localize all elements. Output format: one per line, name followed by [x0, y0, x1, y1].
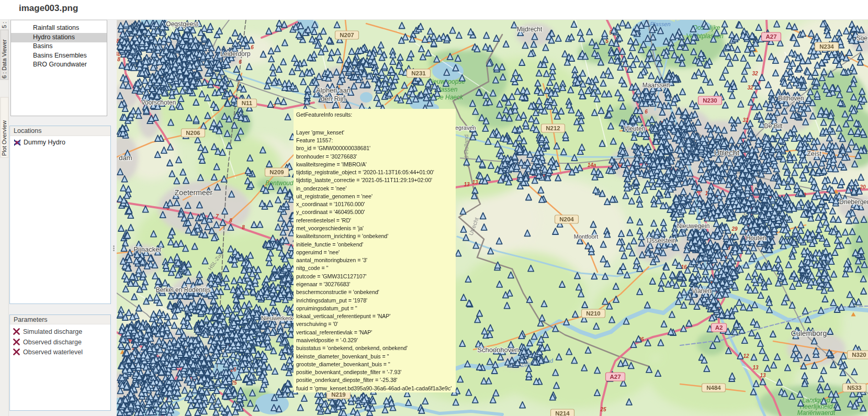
svg-text:7: 7 [216, 213, 219, 219]
svg-text:N214: N214 [555, 410, 570, 416]
svg-text:Driebergen: Driebergen [839, 198, 868, 206]
svg-text:N207: N207 [340, 32, 354, 38]
svg-text:32: 32 [752, 71, 758, 76]
svg-text:Plot Overview: Plot Overview [1, 120, 7, 156]
svg-text:Maarssen: Maarssen [642, 82, 670, 89]
svg-text:25: 25 [600, 407, 606, 412]
svg-text:29: 29 [731, 226, 738, 232]
svg-text:N209: N209 [269, 169, 284, 175]
svg-text:Montfoort: Montfoort [574, 233, 598, 240]
svg-text:13: 13 [752, 365, 759, 370]
svg-text:Leiderdorp: Leiderdorp [220, 50, 251, 58]
svg-text:Voorschoten: Voorschoten [141, 99, 176, 106]
svg-text:N484: N484 [706, 385, 721, 391]
svg-text:N206: N206 [186, 130, 200, 136]
svg-text:IJsselstein: IJsselstein [647, 237, 676, 244]
svg-text:Mariënwaerdt: Mariënwaerdt [797, 409, 836, 416]
svg-text:Zeist: Zeist [807, 150, 822, 158]
svg-text:N320: N320 [852, 352, 866, 358]
svg-text:A27: A27 [610, 374, 621, 380]
svg-text:Nieuwegein: Nieuwegein [677, 222, 710, 230]
svg-text:8: 8 [117, 57, 120, 62]
svg-text:den Rijn: den Rijn [321, 95, 346, 103]
svg-text:Zoetermeer: Zoetermeer [175, 188, 213, 197]
svg-text:N210: N210 [586, 310, 601, 317]
svg-text:Alphen aan: Alphen aan [316, 86, 351, 94]
svg-text:A27: A27 [765, 33, 776, 40]
svg-text:Mijdrecht: Mijdrecht [517, 26, 543, 33]
svg-text:6: 6 [239, 59, 242, 65]
svg-text:De Bilt: De Bilt [764, 122, 783, 130]
svg-text:Vleuten: Vleuten [624, 125, 646, 132]
svg-text:14a: 14a [588, 162, 596, 168]
svg-text:8: 8 [229, 218, 232, 223]
svg-text:N533: N533 [847, 385, 862, 391]
svg-text:Pijnacker: Pijnacker [133, 245, 162, 253]
svg-text:Schoonhoven: Schoonhoven [477, 346, 519, 354]
svg-text:6: 6 [645, 109, 648, 115]
svg-text:Houten: Houten [746, 234, 766, 242]
svg-text:6: 6 [251, 44, 254, 50]
svg-text:Utrecht: Utrecht [714, 148, 740, 157]
svg-text:Berkel en Rodenrijs: Berkel en Rodenrijs [156, 286, 211, 294]
svg-text:A2: A2 [715, 324, 723, 331]
svg-text:13: 13 [472, 179, 478, 185]
svg-text:Oegstgeest: Oegstgeest [166, 20, 198, 28]
svg-text:12: 12 [743, 353, 749, 359]
svg-text:Soest: Soest [856, 35, 868, 42]
svg-text:N230: N230 [703, 97, 717, 104]
svg-text:Culemborg: Culemborg [791, 329, 827, 338]
svg-text:5 : F: 5 : F [1, 20, 7, 28]
svg-text:dam: dam [119, 154, 132, 162]
svg-text:13: 13 [760, 373, 766, 378]
svg-text:8: 8 [242, 224, 245, 230]
svg-text:N231: N231 [411, 70, 426, 76]
svg-text:N212: N212 [546, 125, 560, 131]
svg-text:Bilthoven: Bilthoven [778, 95, 804, 102]
svg-text:31: 31 [742, 117, 749, 123]
svg-text:13: 13 [464, 182, 470, 187]
svg-text:6 : Data Viewer: 6 : Data Viewer [1, 39, 7, 78]
svg-text:N234: N234 [819, 43, 834, 50]
svg-text:Vianen: Vianen [692, 287, 711, 295]
svg-text:N204: N204 [559, 216, 574, 222]
svg-text:N11: N11 [242, 100, 253, 106]
